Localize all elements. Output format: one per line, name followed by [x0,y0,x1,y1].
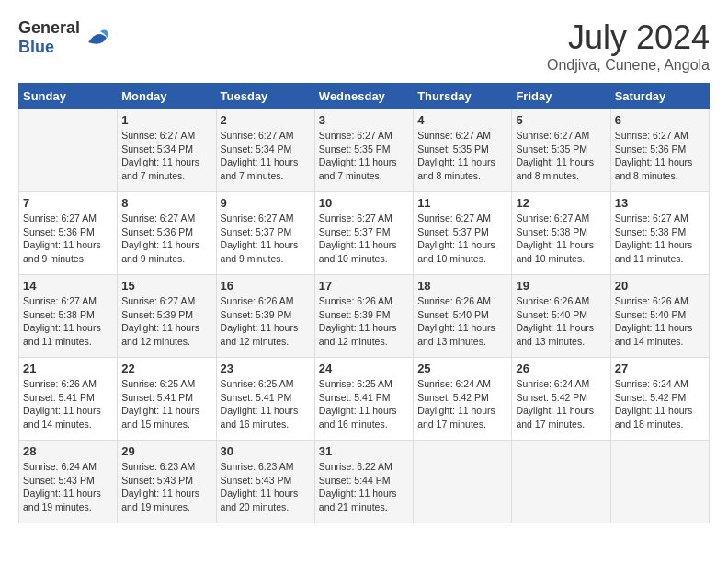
day-number: 13 [615,196,705,210]
calendar-week-row: 1Sunrise: 6:27 AM Sunset: 5:34 PM Daylig… [19,109,710,192]
logo-general: General [18,18,80,37]
cell-details: Sunrise: 6:27 AM Sunset: 5:38 PM Dayligh… [516,212,606,266]
column-header-tuesday: Tuesday [216,84,314,109]
calendar-cell: 2Sunrise: 6:27 AM Sunset: 5:34 PM Daylig… [216,109,314,192]
cell-details: Sunrise: 6:25 AM Sunset: 5:41 PM Dayligh… [121,377,211,431]
page-header: General Blue July 2024 Ondjiva, Cunene, … [18,18,710,74]
day-number: 17 [319,279,409,293]
cell-details: Sunrise: 6:27 AM Sunset: 5:34 PM Dayligh… [221,129,311,183]
day-number: 2 [221,113,311,127]
calendar-cell [610,441,709,523]
title-block: July 2024 Ondjiva, Cunene, Angola [547,18,710,74]
calendar-cell: 23Sunrise: 6:25 AM Sunset: 5:41 PM Dayli… [216,358,314,441]
cell-details: Sunrise: 6:27 AM Sunset: 5:39 PM Dayligh… [121,294,211,349]
cell-details: Sunrise: 6:25 AM Sunset: 5:41 PM Dayligh… [319,377,409,431]
day-number: 30 [221,444,311,458]
cell-details: Sunrise: 6:27 AM Sunset: 5:38 PM Dayligh… [23,294,113,349]
column-header-monday: Monday [118,84,216,109]
day-number: 10 [319,196,409,210]
logo-icon [84,24,111,52]
day-number: 1 [121,113,211,127]
cell-details: Sunrise: 6:27 AM Sunset: 5:35 PM Dayligh… [417,129,507,183]
calendar-week-row: 7Sunrise: 6:27 AM Sunset: 5:36 PM Daylig… [19,192,710,275]
day-number: 18 [417,279,507,293]
calendar-cell: 12Sunrise: 6:27 AM Sunset: 5:38 PM Dayli… [512,192,610,275]
calendar-cell: 3Sunrise: 6:27 AM Sunset: 5:35 PM Daylig… [314,109,413,192]
cell-details: Sunrise: 6:26 AM Sunset: 5:40 PM Dayligh… [615,294,705,349]
day-number: 15 [121,279,211,293]
cell-details: Sunrise: 6:25 AM Sunset: 5:41 PM Dayligh… [221,377,311,431]
calendar-cell: 26Sunrise: 6:24 AM Sunset: 5:42 PM Dayli… [512,358,610,441]
day-number: 24 [319,362,409,375]
day-number: 5 [516,113,606,127]
calendar-cell: 6Sunrise: 6:27 AM Sunset: 5:36 PM Daylig… [610,109,709,192]
cell-details: Sunrise: 6:23 AM Sunset: 5:43 PM Dayligh… [221,460,311,514]
calendar-cell: 21Sunrise: 6:26 AM Sunset: 5:41 PM Dayli… [19,358,118,441]
cell-details: Sunrise: 6:26 AM Sunset: 5:39 PM Dayligh… [221,294,311,349]
day-number: 31 [319,444,409,458]
location-title: Ondjiva, Cunene, Angola [547,57,710,74]
calendar-cell: 14Sunrise: 6:27 AM Sunset: 5:38 PM Dayli… [19,275,118,358]
cell-details: Sunrise: 6:26 AM Sunset: 5:39 PM Dayligh… [319,294,409,349]
cell-details: Sunrise: 6:27 AM Sunset: 5:35 PM Dayligh… [319,129,409,183]
calendar-cell [414,441,512,523]
cell-details: Sunrise: 6:24 AM Sunset: 5:43 PM Dayligh… [23,460,113,514]
calendar-cell: 28Sunrise: 6:24 AM Sunset: 5:43 PM Dayli… [19,441,118,523]
column-header-wednesday: Wednesday [314,84,413,109]
cell-details: Sunrise: 6:26 AM Sunset: 5:40 PM Dayligh… [417,294,507,349]
calendar-week-row: 14Sunrise: 6:27 AM Sunset: 5:38 PM Dayli… [19,275,710,358]
calendar-cell: 5Sunrise: 6:27 AM Sunset: 5:35 PM Daylig… [512,109,610,192]
calendar-cell: 25Sunrise: 6:24 AM Sunset: 5:42 PM Dayli… [414,358,512,441]
calendar-cell: 20Sunrise: 6:26 AM Sunset: 5:40 PM Dayli… [610,275,709,358]
logo-text: General Blue [18,18,80,57]
day-number: 12 [516,196,606,210]
calendar-cell: 1Sunrise: 6:27 AM Sunset: 5:34 PM Daylig… [118,109,216,192]
day-number: 11 [417,196,507,210]
calendar-cell: 4Sunrise: 6:27 AM Sunset: 5:35 PM Daylig… [414,109,512,192]
calendar-cell: 7Sunrise: 6:27 AM Sunset: 5:36 PM Daylig… [19,192,118,275]
day-number: 14 [23,279,113,293]
day-number: 27 [615,362,705,375]
day-number: 9 [221,196,311,210]
calendar-cell: 16Sunrise: 6:26 AM Sunset: 5:39 PM Dayli… [216,275,314,358]
column-header-saturday: Saturday [610,84,709,109]
calendar-cell [19,109,118,192]
day-number: 3 [319,113,409,127]
cell-details: Sunrise: 6:24 AM Sunset: 5:42 PM Dayligh… [615,377,705,431]
day-number: 19 [516,279,606,293]
cell-details: Sunrise: 6:24 AM Sunset: 5:42 PM Dayligh… [516,377,606,431]
cell-details: Sunrise: 6:26 AM Sunset: 5:41 PM Dayligh… [23,377,113,431]
cell-details: Sunrise: 6:27 AM Sunset: 5:38 PM Dayligh… [615,212,705,266]
calendar-cell: 15Sunrise: 6:27 AM Sunset: 5:39 PM Dayli… [118,275,216,358]
logo-blue: Blue [18,38,54,56]
calendar-cell: 22Sunrise: 6:25 AM Sunset: 5:41 PM Dayli… [118,358,216,441]
month-title: July 2024 [547,18,710,57]
day-number: 4 [417,113,507,127]
cell-details: Sunrise: 6:27 AM Sunset: 5:36 PM Dayligh… [23,212,113,266]
calendar-cell: 18Sunrise: 6:26 AM Sunset: 5:40 PM Dayli… [414,275,512,358]
day-number: 6 [615,113,705,127]
cell-details: Sunrise: 6:27 AM Sunset: 5:36 PM Dayligh… [121,212,211,266]
calendar-cell: 17Sunrise: 6:26 AM Sunset: 5:39 PM Dayli… [314,275,413,358]
calendar-cell: 31Sunrise: 6:22 AM Sunset: 5:44 PM Dayli… [314,441,413,523]
column-header-thursday: Thursday [414,84,512,109]
calendar-cell: 11Sunrise: 6:27 AM Sunset: 5:37 PM Dayli… [414,192,512,275]
calendar-cell: 19Sunrise: 6:26 AM Sunset: 5:40 PM Dayli… [512,275,610,358]
calendar-week-row: 28Sunrise: 6:24 AM Sunset: 5:43 PM Dayli… [19,441,710,523]
day-number: 28 [23,444,113,458]
cell-details: Sunrise: 6:26 AM Sunset: 5:40 PM Dayligh… [516,294,606,349]
calendar-week-row: 21Sunrise: 6:26 AM Sunset: 5:41 PM Dayli… [19,358,710,441]
cell-details: Sunrise: 6:27 AM Sunset: 5:37 PM Dayligh… [319,212,409,266]
day-number: 8 [121,196,211,210]
day-number: 16 [221,279,311,293]
day-number: 26 [516,362,606,375]
calendar-header-row: SundayMondayTuesdayWednesdayThursdayFrid… [19,84,710,109]
calendar-cell [512,441,610,523]
cell-details: Sunrise: 6:27 AM Sunset: 5:36 PM Dayligh… [615,129,705,183]
cell-details: Sunrise: 6:23 AM Sunset: 5:43 PM Dayligh… [121,460,211,514]
day-number: 7 [23,196,113,210]
day-number: 29 [121,444,211,458]
calendar-table: SundayMondayTuesdayWednesdayThursdayFrid… [18,83,710,523]
cell-details: Sunrise: 6:24 AM Sunset: 5:42 PM Dayligh… [417,377,507,431]
calendar-cell: 29Sunrise: 6:23 AM Sunset: 5:43 PM Dayli… [118,441,216,523]
